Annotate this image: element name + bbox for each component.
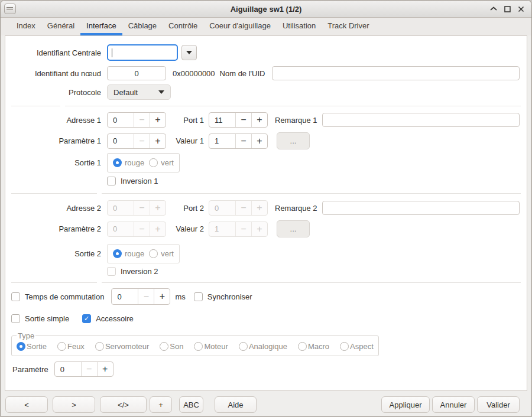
tab-controle[interactable]: Contrôle: [163, 18, 203, 35]
remarque1-input[interactable]: [322, 113, 520, 127]
type-feux-radio[interactable]: [57, 342, 66, 351]
central-id-input[interactable]: [107, 44, 178, 61]
code-button[interactable]: </>: [100, 396, 147, 413]
type-moteur-radio[interactable]: [194, 342, 203, 351]
valeur1-input[interactable]: [209, 134, 235, 148]
adresse1-decrement-button[interactable]: −: [134, 113, 150, 127]
accessoire-checkbox[interactable]: ✓: [82, 314, 91, 323]
node-id-hex: 0x00000000: [173, 69, 215, 78]
parametre2-input: [108, 222, 134, 236]
appliquer-button[interactable]: Appliquer: [381, 396, 430, 413]
port2-decrement-button: −: [235, 201, 251, 215]
tab-utilisation[interactable]: Utilisation: [277, 18, 322, 35]
uid-name-label: Nom de l'UID: [220, 69, 265, 78]
parametre-increment-button[interactable]: +: [97, 362, 113, 376]
temps-commutation-checkbox[interactable]: [11, 292, 20, 301]
type-group: Type Sortie Feux Servomoteur Son Moteur …: [11, 331, 379, 356]
minimize-button[interactable]: [489, 5, 498, 13]
close-button[interactable]: [517, 5, 525, 13]
port1-spinner: − +: [209, 112, 268, 128]
dropdown-arrow-icon: [186, 51, 192, 54]
valider-button[interactable]: Valider: [477, 396, 520, 413]
protocole-dropdown[interactable]: Default: [107, 84, 171, 100]
valeur2-increment-button: +: [251, 222, 267, 236]
parametre1-increment-button[interactable]: +: [150, 134, 166, 148]
tab-track-driver[interactable]: Track Driver: [322, 18, 375, 35]
parametre-input[interactable]: [55, 362, 81, 376]
type-analogique-radio[interactable]: [239, 342, 248, 351]
inversion1-label: Inversion 1: [121, 177, 158, 185]
footer: < > </> + ABC Aide Appliquer Annuler Val…: [1, 391, 531, 417]
parametre2-increment-button: +: [150, 222, 166, 236]
temps-decrement-button[interactable]: −: [138, 289, 154, 304]
maximize-button[interactable]: [503, 5, 511, 13]
separator: [11, 105, 521, 106]
protocole-label: Protocole: [11, 88, 107, 97]
valeur1-increment-button[interactable]: +: [251, 134, 267, 148]
aide-button[interactable]: Aide: [215, 396, 257, 413]
type-moteur-label: Moteur: [204, 342, 228, 351]
tab-coeur-aiguillage[interactable]: Coeur d'aiguillage: [203, 18, 277, 35]
prev-button[interactable]: <: [5, 396, 48, 413]
protocole-value: Default: [113, 88, 138, 97]
valeur1-more-button[interactable]: ...: [277, 132, 310, 149]
sortie1-vert-radio[interactable]: [149, 158, 158, 167]
adresse1-input[interactable]: [108, 113, 134, 127]
next-button[interactable]: >: [53, 396, 95, 413]
adresse2-input: [108, 201, 134, 215]
sortie-simple-checkbox[interactable]: [11, 314, 20, 323]
tab-interface[interactable]: Interface: [80, 18, 122, 35]
parametre-decrement-button[interactable]: −: [81, 362, 97, 376]
type-son-label: Son: [170, 342, 183, 351]
port1-increment-button[interactable]: +: [251, 113, 267, 127]
port1-decrement-button[interactable]: −: [235, 113, 251, 127]
remarque2-input[interactable]: [322, 201, 520, 215]
synchroniser-checkbox[interactable]: [194, 292, 203, 301]
valeur2-more-button[interactable]: ...: [277, 220, 310, 237]
tab-general[interactable]: Général: [41, 18, 80, 35]
valeur1-decrement-button[interactable]: −: [235, 134, 251, 148]
port2-label: Port 2: [171, 204, 204, 213]
type-servomoteur-radio[interactable]: [95, 342, 104, 351]
accessoire-label: Accessoire: [96, 314, 134, 323]
type-macro-label: Macro: [308, 342, 329, 351]
parametre1-spinner: − +: [107, 133, 166, 149]
temps-increment-button[interactable]: +: [154, 289, 170, 304]
parametre1-input[interactable]: [108, 134, 134, 148]
sortie1-vert-label: vert: [161, 158, 174, 167]
temps-commutation-label: Temps de commutation: [25, 292, 104, 301]
parametre-label: Paramètre: [12, 365, 48, 374]
titlebar: Aiguillage sw1 (1/2): [1, 1, 531, 18]
window-title: Aiguillage sw1 (1/2): [1, 5, 531, 14]
adresse2-increment-button: +: [150, 201, 166, 215]
type-sortie-label: Sortie: [27, 342, 47, 351]
annuler-button[interactable]: Annuler: [432, 396, 475, 413]
type-son-radio[interactable]: [160, 342, 168, 351]
interface-tab-page: Identifiant Centrale Identifiant du nœud…: [5, 35, 527, 391]
temps-commutation-spinner: − +: [111, 288, 170, 305]
uid-name-input[interactable]: [272, 66, 520, 80]
sortie1-radio-group: rouge vert: [107, 153, 180, 172]
parametre1-decrement-button[interactable]: −: [134, 134, 150, 148]
port1-input[interactable]: [209, 113, 235, 127]
valeur2-decrement-button: −: [235, 222, 251, 236]
tab-cablage[interactable]: Câblage: [122, 18, 163, 35]
abc-button[interactable]: ABC: [179, 396, 203, 413]
type-aspect-radio[interactable]: [340, 342, 349, 351]
add-button[interactable]: +: [150, 396, 172, 413]
adresse2-decrement-button: −: [134, 201, 150, 215]
central-id-label: Identifiant Centrale: [11, 48, 107, 57]
central-id-dropdown-button[interactable]: [181, 45, 197, 60]
type-macro-radio[interactable]: [298, 342, 307, 351]
adresse2-label: Adresse 2: [11, 204, 107, 213]
inversion1-checkbox[interactable]: [107, 177, 116, 185]
node-id-input[interactable]: [107, 66, 166, 80]
type-sortie-radio[interactable]: [17, 342, 25, 351]
tab-index[interactable]: Index: [11, 18, 41, 35]
temps-commutation-input[interactable]: [112, 289, 138, 304]
sortie1-rouge-radio[interactable]: [113, 158, 122, 167]
valeur2-input: [209, 222, 235, 236]
separator: [11, 193, 521, 194]
adresse1-increment-button[interactable]: +: [150, 113, 166, 127]
sortie2-label: Sortie 2: [11, 249, 107, 258]
